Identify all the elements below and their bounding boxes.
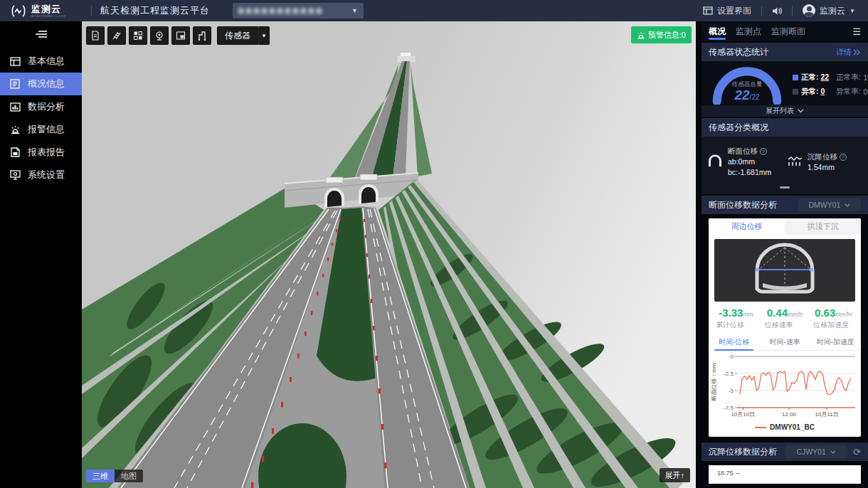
- category-header: 传感器分类概况: [702, 118, 868, 137]
- file-icon[interactable]: [86, 26, 105, 45]
- svg-text:10月11日: 10月11日: [815, 411, 839, 418]
- detail-link[interactable]: 详情: [836, 47, 861, 58]
- settlement-selector-dropdown[interactable]: CJWY01: [785, 445, 847, 458]
- mode-3d-button[interactable]: 三维: [86, 470, 115, 482]
- right-panel: 概况 监测点 监测断面 ☰ 传感器状态统计 详情 传感器总量 22/22: [702, 21, 868, 488]
- sidebar-item-system-settings[interactable]: 系统设置: [0, 164, 82, 186]
- normal-count-link[interactable]: 22: [820, 73, 829, 81]
- info-icon[interactable]: ?: [840, 154, 847, 161]
- tab-crown-settlement[interactable]: 拱顶下沉: [785, 218, 861, 235]
- metric-rate: 0.44mm/h 位移速率: [761, 307, 810, 330]
- chevron-down-icon: [830, 450, 836, 454]
- category-section-displacement[interactable]: 断面位移? ab:0mm bc:-1.681mm: [707, 147, 783, 178]
- svg-text:-7.5: -7.5: [724, 405, 734, 411]
- tab-time-rate[interactable]: 时间-速率: [759, 335, 810, 350]
- sidebar-item-basic-info[interactable]: 基本信息: [0, 50, 82, 73]
- legend-normal: 正常: 22: [793, 73, 829, 83]
- sidebar-item-label: 基本信息: [28, 55, 65, 68]
- sidebar-item-overview[interactable]: 概况信息: [0, 73, 82, 95]
- chevron-down-icon: [798, 109, 804, 113]
- metric-cumulative: -3.33mm 累计位移: [711, 307, 761, 330]
- sidebar-item-report[interactable]: 报表报告: [0, 141, 82, 164]
- camera-icon[interactable]: [150, 26, 169, 45]
- metric-acceleration: 0.63mm/h² 位移加速度: [809, 307, 858, 330]
- user-menu[interactable]: 监测云 ▼: [803, 4, 855, 17]
- mode-map-button[interactable]: 地图: [115, 470, 143, 482]
- sensor-gauge: 传感器总量 22/22: [707, 65, 787, 105]
- sensor-button[interactable]: 传感器: [217, 26, 258, 45]
- section-selector-dropdown[interactable]: DMWY01: [798, 198, 861, 211]
- panel-scrollbar[interactable]: [696, 21, 702, 488]
- settlement-chart-card: 18.75: [709, 465, 861, 484]
- settings-interface-button[interactable]: 设置界面: [703, 5, 751, 17]
- tab-monitor-points[interactable]: 监测点: [736, 21, 761, 41]
- legend-label: DMWY01_BC: [770, 423, 815, 431]
- legend-abnormal-rate: 异常率: 0%: [836, 87, 868, 97]
- tab-monitor-sections[interactable]: 监测断面: [771, 21, 805, 41]
- sidebar-item-data-analysis[interactable]: 数据分析: [0, 95, 82, 118]
- sensor-stats-header: 传感器状态统计 详情: [702, 43, 868, 61]
- chart-tabbar: 时间-位移 时间-速率 时间-加速度: [709, 335, 861, 351]
- info-icon[interactable]: ?: [760, 148, 767, 155]
- axis-tick: 18.75: [717, 470, 861, 477]
- pip-icon[interactable]: [171, 26, 190, 45]
- project-name-redacted: [238, 8, 322, 14]
- tunnel-icon: [707, 154, 723, 170]
- tab-peripheral-displacement[interactable]: 周边位移: [709, 218, 785, 235]
- settings-icon: [9, 169, 21, 181]
- settings-label: 设置界面: [717, 5, 751, 17]
- panel-tabbar: 概况 监测点 监测断面 ☰: [702, 21, 868, 41]
- settlement-analysis-header: 沉降位移数据分析 CJWY01 ⟳: [702, 442, 868, 461]
- gauge-legend: 正常: 22 正常率: 100% 异常: 0 异常率: 0%: [787, 73, 868, 97]
- section-displacement-card: 周边位移 拱顶下沉 -3.33mm 累计位移 0.44mm/h: [709, 218, 861, 437]
- expand-button[interactable]: 展开↑: [660, 468, 691, 482]
- alert-info-button[interactable]: 预警信息:0: [631, 26, 692, 43]
- scene-3d[interactable]: [82, 21, 696, 488]
- sensor-gauge-card: 传感器总量 22/22 正常: 22 正常率: 100% 异常: 0 异常率: …: [702, 61, 868, 105]
- speaker-icon: [772, 6, 782, 16]
- tab-time-displacement[interactable]: 时间-位移: [709, 335, 759, 350]
- chevron-down-icon: [845, 203, 850, 207]
- tab-time-acceleration[interactable]: 时间-加速度: [810, 335, 861, 350]
- legend-line-swatch: [755, 427, 766, 428]
- data-analysis-icon: [9, 101, 21, 112]
- metrics-row: -3.33mm 累计位移 0.44mm/h 位移速率 0.63mm/h² 位移加…: [709, 302, 861, 331]
- svg-text:10月10日: 10月10日: [731, 411, 755, 418]
- pipeline-icon[interactable]: [193, 26, 211, 45]
- brand-subtitle: MONITORING CLOUD: [31, 15, 66, 18]
- platform-title: 航天检测工程监测云平台: [100, 4, 210, 17]
- carousel-indicator[interactable]: [780, 186, 790, 189]
- legend-swatch: [793, 89, 798, 95]
- gauge-value: 22/22: [707, 87, 787, 103]
- section-title: 传感器状态统计: [709, 46, 768, 58]
- category-name: 断面位移: [728, 147, 758, 157]
- double-arrow-icon: [853, 49, 861, 55]
- abnormal-count-link[interactable]: 0: [820, 87, 825, 95]
- tab-overview[interactable]: 概况: [709, 21, 726, 41]
- brand-name: 监测云: [31, 4, 66, 14]
- settlement-icon: [787, 155, 803, 169]
- project-selector[interactable]: ▼: [233, 3, 364, 18]
- divider: [761, 6, 762, 16]
- legend-swatch: [793, 75, 798, 80]
- chart-legend[interactable]: DMWY01_BC: [709, 422, 861, 437]
- refresh-icon[interactable]: ⟳: [853, 447, 861, 457]
- sensor-dropdown-caret[interactable]: ▼: [258, 26, 270, 45]
- grid-icon[interactable]: [129, 26, 147, 45]
- expand-list-button[interactable]: 展开列表: [702, 105, 868, 117]
- sound-button[interactable]: [772, 6, 782, 16]
- report-icon: [9, 147, 21, 158]
- time-series-chart[interactable]: 0-2.5-5-7.510月10日12:0010月11日断面位移：mm: [709, 351, 861, 419]
- railway-icon[interactable]: [107, 26, 126, 45]
- view-mode-toggle: 三维 地图: [86, 470, 143, 482]
- sidebar-collapse-button[interactable]: [0, 21, 82, 46]
- sensor-category-card: 断面位移? ab:0mm bc:-1.681mm 沉降位移? 1.54mm: [702, 137, 868, 194]
- menu-fold-icon: [36, 30, 47, 38]
- legend-abnormal: 异常: 0: [793, 87, 829, 97]
- panel-menu-icon[interactable]: ☰: [852, 26, 861, 37]
- section-title: 断面位移数据分析: [709, 199, 777, 211]
- basic-info-icon: [9, 55, 21, 67]
- category-settlement-displacement[interactable]: 沉降位移? 1.54mm: [787, 147, 862, 178]
- sidebar-item-alarm-info[interactable]: 报警信息: [0, 118, 82, 141]
- section-title: 沉降位移数据分析: [709, 446, 777, 458]
